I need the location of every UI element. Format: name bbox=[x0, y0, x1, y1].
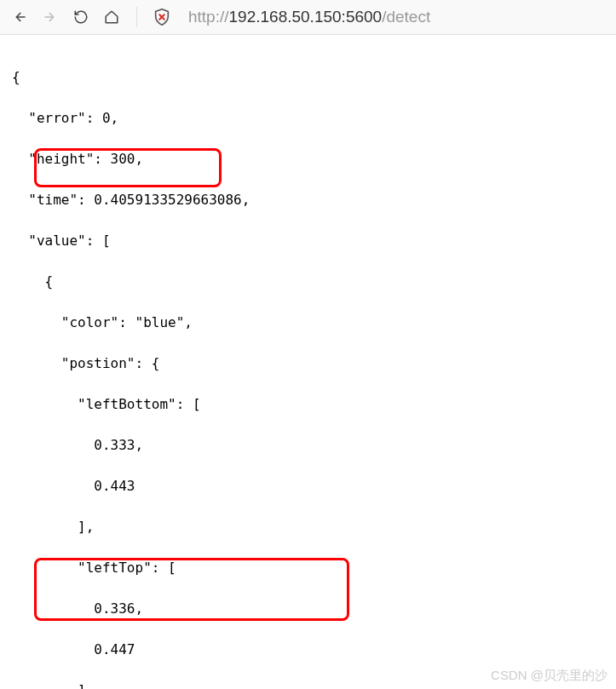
url-path: /detect bbox=[382, 8, 430, 26]
json-line: "time": 0.4059133529663086, bbox=[12, 190, 604, 210]
json-line: 0.336, bbox=[12, 599, 604, 619]
reload-button[interactable] bbox=[72, 8, 90, 26]
json-line: 0.333, bbox=[12, 435, 604, 456]
json-line: "height": 300, bbox=[12, 149, 604, 169]
json-line: "error": 0, bbox=[12, 108, 604, 129]
shield-icon[interactable] bbox=[153, 8, 171, 26]
home-button[interactable] bbox=[102, 8, 121, 26]
json-line: { bbox=[12, 67, 604, 88]
url-bar[interactable]: http://192.168.50.150:5600/detect bbox=[183, 8, 606, 26]
browser-toolbar: http://192.168.50.150:5600/detect bbox=[0, 0, 616, 35]
json-line: "leftTop": [ bbox=[12, 558, 604, 578]
json-line: "value": [ bbox=[12, 231, 604, 251]
url-host: 192.168.50.150:5600 bbox=[229, 8, 383, 26]
json-line: 0.447 bbox=[12, 640, 604, 660]
watermark: CSDN @贝壳里的沙 bbox=[491, 668, 607, 684]
json-line: "leftBottom": [ bbox=[12, 394, 604, 415]
json-line: { bbox=[12, 272, 604, 292]
toolbar-divider bbox=[136, 7, 137, 27]
json-content: { "error": 0, "height": 300, "time": 0.4… bbox=[0, 35, 616, 689]
url-scheme: http:// bbox=[188, 8, 229, 26]
forward-button[interactable] bbox=[41, 8, 60, 26]
json-line: 0.443 bbox=[12, 476, 604, 497]
json-line: "color": "blue", bbox=[12, 313, 604, 333]
json-line: ], bbox=[12, 517, 604, 537]
back-button[interactable] bbox=[10, 8, 29, 26]
json-line: "postion": { bbox=[12, 353, 604, 374]
